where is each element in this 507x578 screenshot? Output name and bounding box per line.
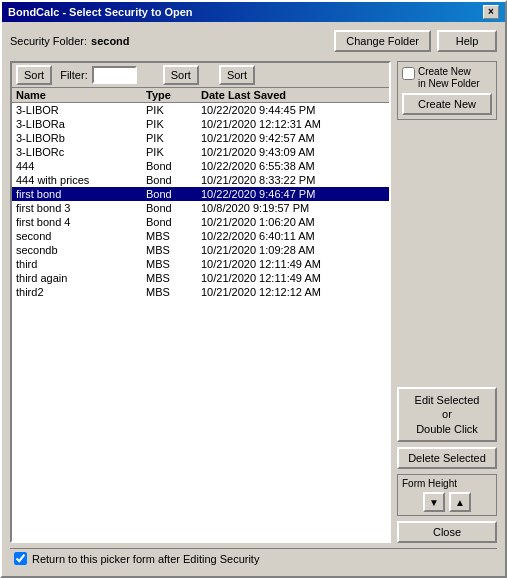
item-type: PIK bbox=[146, 104, 201, 116]
item-date: 10/21/2020 9:42:57 AM bbox=[201, 132, 385, 144]
item-date: 10/22/2020 9:46:47 PM bbox=[201, 188, 385, 200]
list-item[interactable]: 444 with prices Bond 10/21/2020 8:33:22 … bbox=[12, 173, 389, 187]
list-item[interactable]: first bond Bond 10/22/2020 9:46:47 PM bbox=[12, 187, 389, 201]
item-date: 10/22/2020 6:55:38 AM bbox=[201, 160, 385, 172]
list-item[interactable]: 3-LIBORa PIK 10/21/2020 12:12:31 AM bbox=[12, 117, 389, 131]
window-body: Security Folder: second Change Folder He… bbox=[2, 22, 505, 576]
top-right-buttons: Change Folder Help bbox=[334, 30, 497, 52]
sort-type-button[interactable]: Sort bbox=[163, 65, 199, 85]
delete-selected-button[interactable]: Delete Selected bbox=[397, 447, 497, 469]
item-date: 10/21/2020 12:11:49 AM bbox=[201, 272, 385, 284]
folder-info: Security Folder: second bbox=[10, 35, 130, 47]
item-type: Bond bbox=[146, 216, 201, 228]
edit-selected-button[interactable]: Edit SelectedorDouble Click bbox=[397, 387, 497, 442]
bottom-bar: Return to this picker form after Editing… bbox=[10, 548, 497, 568]
list-item[interactable]: first bond 4 Bond 10/21/2020 1:06:20 AM bbox=[12, 215, 389, 229]
item-date: 10/21/2020 12:12:12 AM bbox=[201, 286, 385, 298]
list-item[interactable]: 444 Bond 10/22/2020 6:55:38 AM bbox=[12, 159, 389, 173]
item-type: Bond bbox=[146, 188, 201, 200]
item-type: PIK bbox=[146, 146, 201, 158]
help-button[interactable]: Help bbox=[437, 30, 497, 52]
item-name: second bbox=[16, 230, 146, 242]
item-type: MBS bbox=[146, 230, 201, 242]
filter-label: Filter: bbox=[60, 69, 88, 81]
create-new-folder-label: Create Newin New Folder bbox=[418, 66, 480, 90]
item-date: 10/21/2020 1:06:20 AM bbox=[201, 216, 385, 228]
list-item[interactable]: first bond 3 Bond 10/8/2020 9:19:57 PM bbox=[12, 201, 389, 215]
item-name: 3-LIBORa bbox=[16, 118, 146, 130]
create-new-folder-checkbox[interactable] bbox=[402, 67, 415, 80]
col-name-header: Name bbox=[16, 89, 146, 101]
item-type: PIK bbox=[146, 132, 201, 144]
item-date: 10/21/2020 12:12:31 AM bbox=[201, 118, 385, 130]
list-panel: Sort Filter: Sort Sort Name Type Date La… bbox=[10, 61, 391, 543]
change-folder-button[interactable]: Change Folder bbox=[334, 30, 431, 52]
item-name: 444 with prices bbox=[16, 174, 146, 186]
list-item[interactable]: 3-LIBOR PIK 10/22/2020 9:44:45 PM bbox=[12, 103, 389, 117]
item-date: 10/21/2020 9:43:09 AM bbox=[201, 146, 385, 158]
list-item[interactable]: 3-LIBORb PIK 10/21/2020 9:42:57 AM bbox=[12, 131, 389, 145]
folder-value: second bbox=[91, 35, 130, 47]
list-scroll[interactable]: 3-LIBOR PIK 10/22/2020 9:44:45 PM 3-LIBO… bbox=[12, 103, 389, 541]
list-item[interactable]: secondb MBS 10/21/2020 1:09:28 AM bbox=[12, 243, 389, 257]
form-height-label: Form Height bbox=[402, 478, 492, 489]
list-item[interactable]: third2 MBS 10/21/2020 12:12:12 AM bbox=[12, 285, 389, 299]
item-name: third bbox=[16, 258, 146, 270]
list-header: Sort Filter: Sort Sort bbox=[12, 63, 389, 88]
form-height-buttons: ▼ ▲ bbox=[402, 492, 492, 512]
form-height-down-button[interactable]: ▼ bbox=[423, 492, 445, 512]
form-height-up-button[interactable]: ▲ bbox=[449, 492, 471, 512]
item-date: 10/22/2020 9:44:45 PM bbox=[201, 104, 385, 116]
item-name: third again bbox=[16, 272, 146, 284]
list-item[interactable]: second MBS 10/22/2020 6:40:11 AM bbox=[12, 229, 389, 243]
item-name: 444 bbox=[16, 160, 146, 172]
item-name: first bond bbox=[16, 188, 146, 200]
item-date: 10/21/2020 8:33:22 PM bbox=[201, 174, 385, 186]
item-name: 3-LIBORc bbox=[16, 146, 146, 158]
create-new-button[interactable]: Create New bbox=[402, 93, 492, 115]
create-new-folder-row: Create Newin New Folder bbox=[402, 66, 492, 90]
folder-label: Security Folder: bbox=[10, 35, 87, 47]
item-type: Bond bbox=[146, 174, 201, 186]
filter-input[interactable] bbox=[92, 66, 137, 84]
item-name: secondb bbox=[16, 244, 146, 256]
list-item[interactable]: third MBS 10/21/2020 12:11:49 AM bbox=[12, 257, 389, 271]
close-icon[interactable]: × bbox=[483, 5, 499, 19]
col-type-header: Type bbox=[146, 89, 201, 101]
form-height-group: Form Height ▼ ▲ bbox=[397, 474, 497, 516]
create-new-group: Create Newin New Folder Create New bbox=[397, 61, 497, 120]
title-bar: BondCalc - Select Security to Open × bbox=[2, 2, 505, 22]
right-panel: Create Newin New Folder Create New Edit … bbox=[397, 61, 497, 543]
item-name: first bond 4 bbox=[16, 216, 146, 228]
spacer1 bbox=[397, 125, 497, 382]
sort-date-button[interactable]: Sort bbox=[219, 65, 255, 85]
item-name: 3-LIBORb bbox=[16, 132, 146, 144]
column-headers: Name Type Date Last Saved bbox=[12, 88, 389, 103]
sort-name-button[interactable]: Sort bbox=[16, 65, 52, 85]
item-date: 10/21/2020 1:09:28 AM bbox=[201, 244, 385, 256]
item-type: PIK bbox=[146, 118, 201, 130]
item-date: 10/21/2020 12:11:49 AM bbox=[201, 258, 385, 270]
item-name: third2 bbox=[16, 286, 146, 298]
list-item[interactable]: 3-LIBORc PIK 10/21/2020 9:43:09 AM bbox=[12, 145, 389, 159]
return-to-picker-checkbox[interactable] bbox=[14, 552, 27, 565]
item-type: MBS bbox=[146, 258, 201, 270]
item-type: MBS bbox=[146, 244, 201, 256]
item-date: 10/22/2020 6:40:11 AM bbox=[201, 230, 385, 242]
close-button[interactable]: Close bbox=[397, 521, 497, 543]
list-item[interactable]: third again MBS 10/21/2020 12:11:49 AM bbox=[12, 271, 389, 285]
top-row: Security Folder: second Change Folder He… bbox=[10, 30, 497, 52]
main-area: Sort Filter: Sort Sort Name Type Date La… bbox=[10, 61, 497, 543]
return-to-picker-label: Return to this picker form after Editing… bbox=[32, 553, 259, 565]
item-name: 3-LIBOR bbox=[16, 104, 146, 116]
item-type: Bond bbox=[146, 202, 201, 214]
item-type: MBS bbox=[146, 286, 201, 298]
main-window: BondCalc - Select Security to Open × Sec… bbox=[0, 0, 507, 578]
item-type: MBS bbox=[146, 272, 201, 284]
item-type: Bond bbox=[146, 160, 201, 172]
item-name: first bond 3 bbox=[16, 202, 146, 214]
col-date-header: Date Last Saved bbox=[201, 89, 385, 101]
title-text: BondCalc - Select Security to Open bbox=[8, 6, 193, 18]
item-date: 10/8/2020 9:19:57 PM bbox=[201, 202, 385, 214]
